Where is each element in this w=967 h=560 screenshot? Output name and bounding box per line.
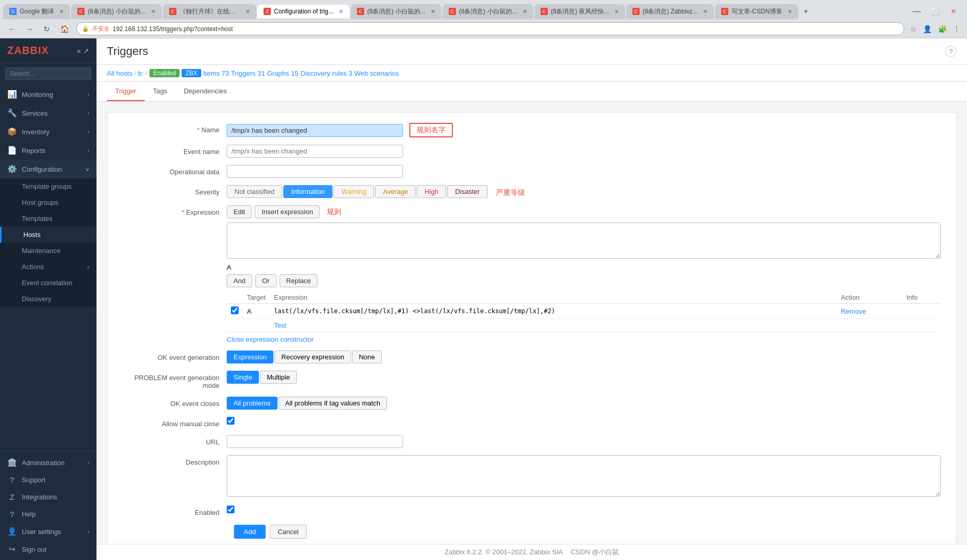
severity-average[interactable]: Average — [375, 185, 416, 198]
browser-tab-8[interactable]: C (8条消息) Zabbixz... ✕ — [626, 4, 714, 19]
problem-event-single[interactable]: Single — [227, 371, 259, 384]
sidebar-item-maintenance[interactable]: Maintenance — [0, 243, 96, 259]
add-button[interactable]: Add — [234, 525, 266, 539]
breadcrumb-web-scenarios[interactable]: Web scenarios — [354, 69, 399, 77]
help-button[interactable]: ? — [945, 46, 957, 57]
browser-tab-4[interactable]: Z Configuration of trig... ✕ — [257, 5, 350, 18]
ok-event-recovery[interactable]: Recovery expression — [274, 351, 351, 363]
minimize-button[interactable]: — — [909, 5, 924, 18]
severity-not-classified[interactable]: Not classified — [227, 185, 282, 198]
browser-tab-9[interactable]: C 写文章-CSDN博客 ✕ — [715, 4, 798, 19]
address-text[interactable]: 192.168.132.135/triggers.php?context=hos… — [113, 25, 233, 33]
ok-event-expression[interactable]: Expression — [227, 351, 273, 363]
breadcrumb-host-b[interactable]: b: — [138, 69, 144, 77]
extensions-button[interactable]: 🧩 — [936, 23, 948, 35]
sidebar-item-configuration[interactable]: ⚙️ Configuration ∨ — [0, 160, 96, 178]
or-button[interactable]: Or — [255, 274, 276, 287]
tab-close-2[interactable]: ✕ — [151, 8, 156, 15]
sidebar-item-event-correlation[interactable]: Event correlation — [0, 275, 96, 291]
problem-event-multiple[interactable]: Multiple — [260, 371, 297, 384]
severity-disaster[interactable]: Disaster — [447, 185, 488, 198]
expr-row-checkbox[interactable] — [231, 306, 239, 314]
event-name-input[interactable] — [227, 145, 403, 158]
tab-trigger[interactable]: Trigger — [107, 82, 145, 101]
home-button[interactable]: 🏠 — [57, 23, 72, 35]
cancel-button[interactable]: Cancel — [270, 525, 306, 539]
bookmark-star-button[interactable]: ☆ — [908, 23, 918, 35]
ok-close-all-problems[interactable]: All problems — [227, 397, 278, 410]
enabled-checkbox[interactable] — [227, 506, 234, 513]
and-button[interactable]: And — [227, 274, 252, 287]
description-textarea[interactable] — [227, 455, 941, 497]
sidebar-item-services[interactable]: 🔧 Services › — [0, 104, 96, 122]
sidebar-item-inventory[interactable]: 📦 Inventory › — [0, 122, 96, 141]
tab-close-6[interactable]: ✕ — [522, 8, 527, 15]
sidebar-item-sign-out[interactable]: ↪ Sign out — [0, 540, 96, 558]
sidebar-item-template-groups[interactable]: Template groups — [0, 178, 96, 194]
expression-textarea[interactable] — [227, 222, 941, 259]
close-button[interactable]: ✕ — [947, 6, 960, 17]
sidebar-item-help[interactable]: ? Help — [0, 506, 96, 523]
tab-dependencies[interactable]: Dependencies — [175, 82, 235, 101]
browser-tab-2[interactable]: C (8条消息) 小白鼠的... ✕ — [71, 4, 162, 19]
tab-tags[interactable]: Tags — [145, 82, 175, 101]
breadcrumb-triggers-count[interactable]: Triggers 31 — [231, 69, 265, 77]
breadcrumb-items-count[interactable]: Items 73 — [203, 69, 229, 77]
sidebar-item-discovery[interactable]: Discovery — [0, 291, 96, 307]
sidebar-item-reports[interactable]: 📄 Reports › — [0, 141, 96, 160]
restore-button[interactable]: ⬜ — [928, 6, 943, 17]
edit-button[interactable]: Edit — [227, 205, 252, 218]
profile-button[interactable]: 👤 — [921, 23, 933, 35]
url-input[interactable] — [227, 435, 403, 448]
back-button[interactable]: ← — [5, 23, 19, 35]
tab-close-9[interactable]: ✕ — [788, 8, 792, 15]
breadcrumb-enabled-badge[interactable]: Enabled — [149, 69, 179, 77]
insert-expression-button[interactable]: Insert expression — [255, 205, 320, 218]
sidebar-item-integrations[interactable]: Z Integrations — [0, 488, 96, 506]
sidebar-item-support[interactable]: ? Support — [0, 471, 96, 488]
remove-link[interactable]: Remove — [841, 307, 866, 315]
menu-button[interactable]: ⋮ — [951, 23, 962, 35]
tab-close-1[interactable]: ✕ — [59, 8, 64, 15]
sidebar-item-host-groups[interactable]: Host groups — [0, 194, 96, 211]
close-expression-link[interactable]: Close expression constructor — [227, 335, 314, 343]
tab-close-4[interactable]: ✕ — [339, 8, 343, 15]
name-input[interactable] — [227, 124, 403, 137]
sidebar-item-hosts[interactable]: Hosts — [0, 227, 96, 243]
browser-tab-7[interactable]: C (8条消息) 夜风经快... ✕ — [534, 4, 625, 19]
new-tab-button[interactable]: + — [799, 5, 812, 18]
browser-tab-3[interactable]: C 《独行月球》在线播... ✕ — [163, 4, 256, 19]
sidebar-item-user-settings[interactable]: 👤 User settings › — [0, 523, 96, 540]
breadcrumb-discovery-count[interactable]: Discovery rules 3 — [300, 69, 352, 77]
tab-close-5[interactable]: ✕ — [431, 8, 435, 15]
breadcrumb-all-hosts[interactable]: All hosts — [107, 69, 132, 77]
tab-close-3[interactable]: ✕ — [245, 8, 250, 15]
severity-warning[interactable]: Warning — [334, 185, 374, 198]
forward-button[interactable]: → — [23, 23, 36, 35]
reload-button[interactable]: ↻ — [40, 23, 53, 35]
breadcrumb-graphs-count[interactable]: Graphs 15 — [267, 69, 299, 77]
tab-close-7[interactable]: ✕ — [614, 8, 619, 15]
tab-close-8[interactable]: ✕ — [703, 8, 708, 15]
address-input-container[interactable]: 🔒 不安全 192.168.132.135/triggers.php?conte… — [76, 22, 904, 35]
replace-button[interactable]: Replace — [280, 274, 318, 287]
sidebar-collapse-icon[interactable]: « — [77, 47, 81, 55]
allow-manual-close-checkbox[interactable] — [227, 417, 234, 425]
severity-information[interactable]: Information — [283, 185, 333, 198]
sidebar-item-templates[interactable]: Templates — [0, 211, 96, 227]
ok-event-none[interactable]: None — [352, 351, 382, 363]
table-cell-check — [227, 304, 243, 319]
sidebar-item-administration[interactable]: 🏛️ Administration › — [0, 454, 96, 471]
severity-high[interactable]: High — [417, 185, 446, 198]
test-link[interactable]: Test — [274, 321, 286, 329]
browser-tab-5[interactable]: C (8条消息) 小白鼠的... ✕ — [351, 4, 441, 19]
ok-close-tag-values[interactable]: All problems if tag values match — [279, 397, 388, 410]
operational-data-input[interactable] — [227, 165, 403, 178]
sidebar-item-actions[interactable]: Actions› — [0, 259, 96, 275]
browser-tab-6[interactable]: C (8条消息) 小白鼠的... ✕ — [443, 4, 533, 19]
breadcrumb-zbx-badge[interactable]: ZBX — [182, 69, 201, 77]
sidebar-expand-icon[interactable]: ↗ — [83, 47, 89, 55]
sidebar-item-monitoring[interactable]: 📊 Monitoring › — [0, 85, 96, 104]
browser-tab-1[interactable]: G Google 翻译 ✕ — [3, 4, 70, 19]
search-input[interactable] — [5, 67, 91, 80]
